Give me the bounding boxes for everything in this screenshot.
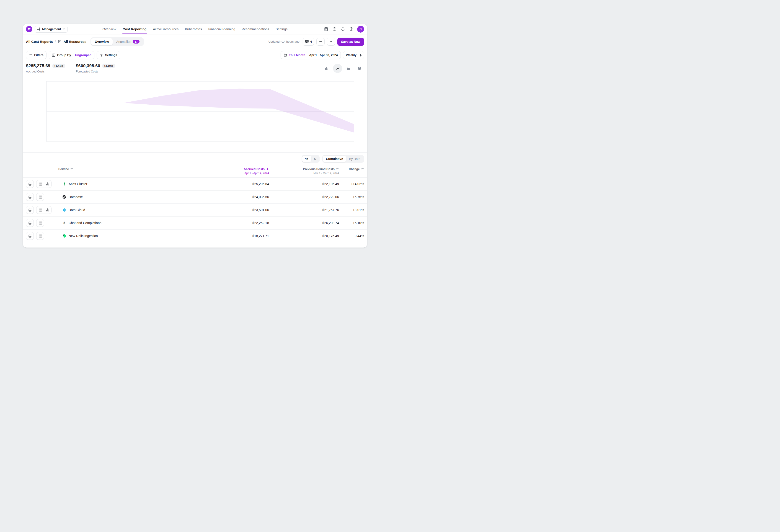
create-plus-icon[interactable] bbox=[349, 27, 354, 32]
save-as-new-button[interactable]: Save as New bbox=[337, 38, 364, 46]
add-chart-button[interactable] bbox=[26, 193, 34, 201]
reports-doc-icon[interactable] bbox=[324, 27, 329, 32]
workspace-label: Management bbox=[42, 27, 61, 31]
bar-chart-icon[interactable] bbox=[322, 64, 331, 73]
costs-grid-button[interactable] bbox=[36, 219, 44, 227]
date-range-button[interactable]: This Month Apr 1 - Apr 30, 2024 bbox=[281, 51, 341, 59]
breadcrumb: All Cost Reports / All Resources bbox=[26, 40, 86, 44]
date-controls: This Month Apr 1 - Apr 30, 2024 Weekly bbox=[281, 51, 364, 59]
row-button-group bbox=[36, 180, 51, 188]
breadcrumb-current[interactable]: All Resources bbox=[63, 40, 86, 44]
percent-toggle[interactable]: % bbox=[302, 156, 311, 162]
add-chart-icon bbox=[28, 195, 32, 199]
area-chart-icon[interactable] bbox=[344, 64, 353, 73]
vantage-logo-icon[interactable] bbox=[26, 26, 32, 32]
dollar-toggle[interactable]: $ bbox=[311, 156, 319, 162]
table-header: Service Accrued Costs Apr 1 - Apr 14, 20… bbox=[23, 165, 367, 177]
accrued-cell: $22,252.18 bbox=[219, 221, 269, 225]
table-controls: % $ Cumulative By Date bbox=[23, 153, 367, 165]
line-chart-icon[interactable] bbox=[333, 64, 342, 73]
nav-recommendations[interactable]: Recommendations bbox=[242, 24, 269, 34]
kpi-row: $285,275.69 +1.41% Accrued Costs $600,39… bbox=[26, 63, 364, 73]
sort-icon bbox=[336, 167, 339, 171]
nav-overview[interactable]: Overview bbox=[103, 24, 116, 34]
download-icon bbox=[329, 40, 333, 44]
workspace-switcher[interactable]: Management bbox=[35, 26, 68, 33]
pie-chart-icon[interactable] bbox=[355, 64, 364, 73]
resources-shapes-icon bbox=[46, 182, 49, 186]
breadcrumb-parent[interactable]: All Cost Reports bbox=[26, 40, 53, 44]
accrued-cell: $18,271.71 bbox=[219, 234, 269, 238]
previous-cell: $21,757.76 bbox=[269, 208, 339, 212]
tab-anomalies[interactable]: Anomalies 17 bbox=[112, 38, 143, 45]
add-chart-button[interactable] bbox=[26, 232, 34, 240]
table-row: New Relic Ingestion $18,271.71 $20,175.4… bbox=[23, 229, 367, 242]
by-date-toggle[interactable]: By Date bbox=[346, 156, 363, 162]
resources-button[interactable] bbox=[44, 180, 51, 188]
change-column-header[interactable]: Change bbox=[339, 167, 364, 171]
user-avatar[interactable]: C bbox=[357, 26, 364, 33]
change-cell: -15.10% bbox=[339, 221, 364, 225]
cost-chart bbox=[26, 77, 364, 149]
granularity-select[interactable]: Weekly bbox=[343, 51, 364, 59]
workspace-nodes-icon bbox=[37, 27, 41, 31]
add-chart-icon bbox=[28, 208, 32, 212]
mode-toggle: Cumulative By Date bbox=[322, 155, 364, 163]
nav-settings[interactable]: Settings bbox=[276, 24, 287, 34]
accrued-column-header[interactable]: Accrued Costs Apr 1 - Apr 14, 2024 bbox=[219, 167, 269, 175]
breadcrumb-separator: / bbox=[55, 40, 56, 44]
download-button[interactable] bbox=[327, 38, 335, 46]
service-cell: Atlas Cluster bbox=[51, 182, 219, 186]
costs-grid-button[interactable] bbox=[36, 180, 44, 188]
add-chart-icon bbox=[28, 234, 32, 238]
service-cell: Database bbox=[51, 195, 219, 199]
accrued-cell: $25,205.64 bbox=[219, 182, 269, 186]
nav-financial-planning[interactable]: Financial Planning bbox=[208, 24, 236, 34]
resources-button[interactable] bbox=[44, 206, 51, 214]
service-name: New Relic Ingestion bbox=[68, 234, 98, 238]
group-by-label: Group By bbox=[57, 53, 71, 57]
group-by-button[interactable]: Group By Ungrouped bbox=[49, 51, 95, 59]
settings-button[interactable]: Settings bbox=[97, 51, 120, 59]
filters-button[interactable]: Filters bbox=[26, 51, 47, 59]
sort-icon bbox=[361, 167, 364, 171]
add-chart-button[interactable] bbox=[26, 206, 34, 214]
costs-grid-button[interactable] bbox=[36, 193, 44, 201]
more-options-button[interactable] bbox=[316, 38, 325, 46]
costs-grid-button[interactable] bbox=[36, 206, 44, 214]
grid-icon bbox=[39, 195, 42, 199]
costs-grid-button[interactable] bbox=[36, 232, 44, 240]
previous-column-header[interactable]: Previous Period Costs Mar 1 - Mar 14, 20… bbox=[269, 167, 339, 175]
service-column-header[interactable]: Service bbox=[51, 167, 219, 171]
planetscale-icon bbox=[62, 195, 66, 199]
nav-cost-reporting[interactable]: Cost Reporting bbox=[123, 24, 147, 34]
row-actions bbox=[26, 180, 51, 188]
service-header-label: Service bbox=[58, 167, 69, 171]
snowflake-icon bbox=[62, 208, 66, 212]
nav-kubernetes[interactable]: Kubernetes bbox=[185, 24, 202, 34]
grid-icon bbox=[39, 182, 42, 186]
table-row: Database $24,035.56 $22,729.06 +5.75% bbox=[23, 190, 367, 203]
accrued-value: $285,275.69 bbox=[26, 63, 50, 68]
settings-label: Settings bbox=[105, 53, 117, 57]
forecast-delta-badge: +3.10% bbox=[102, 63, 115, 68]
accrued-delta-badge: +1.41% bbox=[52, 63, 65, 68]
notifications-bell-icon[interactable] bbox=[340, 27, 345, 32]
nav-active-resources[interactable]: Active Resources bbox=[153, 24, 179, 34]
comment-bubble-icon bbox=[305, 40, 309, 44]
previous-cell: $22,729.06 bbox=[269, 195, 339, 199]
new-relic-icon bbox=[62, 234, 66, 238]
filter-lines-icon bbox=[29, 53, 32, 57]
add-chart-button[interactable] bbox=[26, 219, 34, 227]
comments-button[interactable]: 4 bbox=[303, 38, 314, 46]
change-cell: +8.01% bbox=[339, 208, 364, 212]
app-card: Management Overview Cost Reporting Activ… bbox=[23, 24, 367, 247]
help-icon[interactable] bbox=[332, 27, 337, 32]
add-chart-button[interactable] bbox=[26, 180, 34, 188]
grid-icon bbox=[39, 208, 42, 212]
cumulative-toggle[interactable]: Cumulative bbox=[323, 156, 346, 162]
tab-overview[interactable]: Overview bbox=[91, 38, 112, 45]
calendar-icon bbox=[284, 53, 287, 57]
change-cell: -9.44% bbox=[339, 234, 364, 238]
toolbar-actions: Updated ~14 hours ago 4 Save as New bbox=[268, 38, 364, 46]
